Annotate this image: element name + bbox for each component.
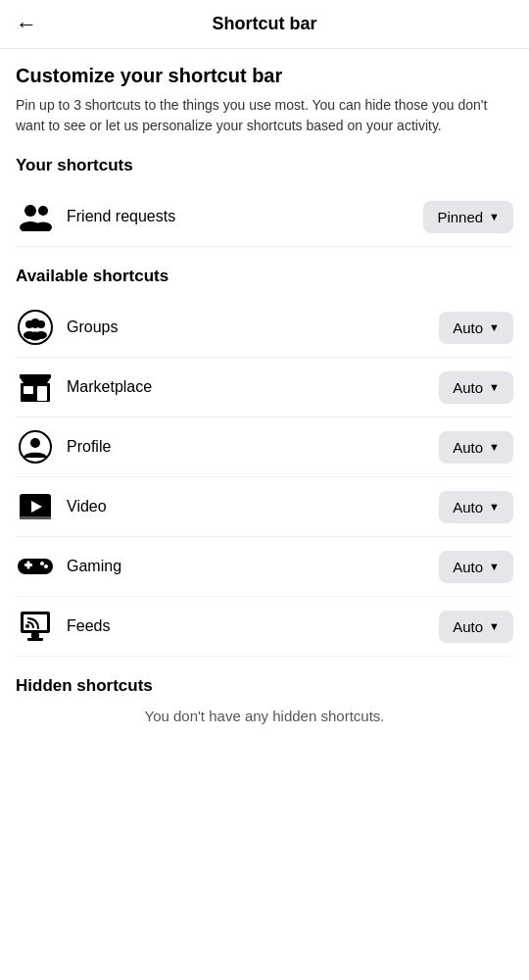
friend-requests-dropdown-arrow: ▼	[489, 211, 500, 222]
available-shortcuts-section-title: Available shortcuts	[16, 267, 513, 286]
svg-point-0	[24, 205, 36, 217]
svg-point-10	[30, 318, 40, 328]
feeds-status-button[interactable]: Auto ▼	[439, 611, 513, 643]
header: ← Shortcut bar	[0, 0, 529, 49]
groups-status-button[interactable]: Auto ▼	[439, 312, 513, 344]
feeds-status-text: Auto	[453, 618, 483, 635]
page-title: Shortcut bar	[212, 14, 316, 34]
profile-label: Profile	[67, 438, 439, 456]
marketplace-dropdown-arrow: ▼	[489, 381, 500, 393]
video-dropdown-arrow: ▼	[489, 501, 500, 513]
customize-description: Pin up to 3 shortcuts to the things you …	[16, 95, 513, 136]
friend-requests-status-button[interactable]: Pinned ▼	[423, 201, 513, 233]
svg-rect-13	[37, 386, 47, 401]
profile-dropdown-arrow: ▼	[489, 441, 500, 453]
groups-label: Groups	[67, 318, 439, 336]
svg-point-9	[28, 332, 42, 341]
svg-point-16	[30, 438, 40, 448]
shortcut-row-gaming: Gaming Auto ▼	[16, 537, 513, 597]
shortcut-row-marketplace: Marketplace Auto ▼	[16, 358, 513, 417]
hidden-shortcuts-description: You don't have any hidden shortcuts.	[16, 708, 513, 724]
your-shortcuts-section-title: Your shortcuts	[16, 156, 513, 175]
friend-requests-status-text: Pinned	[437, 209, 483, 225]
profile-status-button[interactable]: Auto ▼	[439, 431, 513, 464]
profile-status-text: Auto	[453, 439, 483, 456]
svg-rect-27	[31, 633, 39, 638]
svg-point-2	[38, 206, 48, 216]
gaming-label: Gaming	[67, 558, 439, 575]
shortcut-row-profile: Profile Auto ▼	[16, 417, 513, 477]
customize-title: Customize your shortcut bar	[16, 65, 513, 87]
groups-status-text: Auto	[453, 319, 483, 336]
marketplace-label: Marketplace	[67, 378, 439, 396]
video-icon	[16, 487, 55, 526]
video-status-text: Auto	[453, 499, 483, 515]
video-label: Video	[67, 498, 439, 515]
gaming-status-text: Auto	[453, 559, 483, 575]
svg-rect-22	[27, 562, 30, 569]
shortcut-row-friend-requests: Friend requests Pinned ▼	[16, 187, 513, 247]
shortcut-row-groups: Groups Auto ▼	[16, 298, 513, 358]
hidden-shortcuts-section-title: Hidden shortcuts	[16, 676, 513, 696]
svg-rect-12	[24, 386, 33, 394]
shortcut-row-video: Video Auto ▼	[16, 477, 513, 537]
feeds-label: Feeds	[67, 617, 439, 635]
marketplace-status-text: Auto	[453, 379, 483, 396]
feeds-icon	[16, 607, 55, 646]
friend-requests-label: Friend requests	[67, 208, 423, 225]
video-status-button[interactable]: Auto ▼	[439, 491, 513, 523]
profile-icon	[16, 427, 55, 466]
gaming-status-button[interactable]: Auto ▼	[439, 551, 513, 583]
marketplace-status-button[interactable]: Auto ▼	[439, 371, 513, 404]
feeds-dropdown-arrow: ▼	[489, 620, 500, 632]
gaming-icon	[16, 547, 55, 586]
gaming-dropdown-arrow: ▼	[489, 561, 500, 572]
back-button[interactable]: ←	[16, 12, 37, 37]
svg-rect-19	[20, 516, 51, 519]
shortcut-row-feeds: Feeds Auto ▼	[16, 597, 513, 657]
svg-point-29	[25, 624, 29, 628]
svg-rect-14	[20, 374, 51, 378]
marketplace-icon	[16, 368, 55, 407]
svg-point-23	[40, 562, 44, 565]
groups-icon	[16, 308, 55, 347]
svg-point-24	[44, 564, 48, 568]
friend-requests-icon	[16, 197, 55, 236]
content: Customize your shortcut bar Pin up to 3 …	[0, 49, 529, 748]
groups-dropdown-arrow: ▼	[489, 321, 500, 333]
svg-rect-28	[27, 638, 43, 641]
